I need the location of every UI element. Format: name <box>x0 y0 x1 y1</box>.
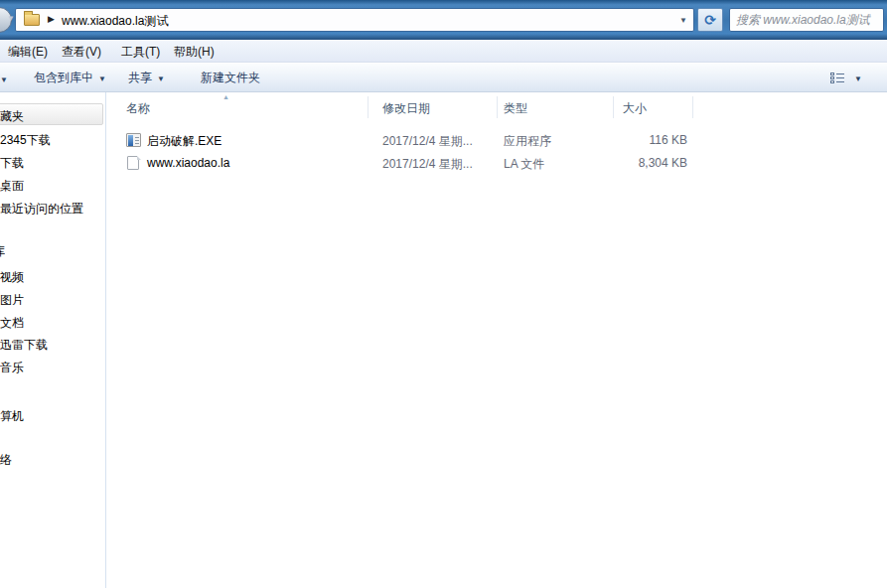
new-folder-button[interactable]: 新建文件夹 <box>201 70 260 87</box>
file-size: 116 KB <box>556 133 687 147</box>
explorer-window: ▼ ▶ www.xiaodao.la测试 ▼ ⟳ 编辑(E) 查看(V) 工具(… <box>0 0 887 588</box>
new-folder-label: 新建文件夹 <box>201 71 260 84</box>
column-resize-handle[interactable] <box>692 96 693 118</box>
chevron-down-icon: ▼ <box>98 74 106 83</box>
column-header-name[interactable]: 名称 <box>126 100 150 117</box>
content-area: 藏夹 2345下载 下载 桌面 最近访问的位置 库 视频 图片 文档 迅雷下载 … <box>0 92 887 588</box>
column-resize-handle[interactable] <box>613 96 614 118</box>
file-date: 2017/12/4 星期... <box>382 133 473 150</box>
share-label: 共享 <box>128 71 152 84</box>
search-input[interactable] <box>730 9 883 31</box>
column-resize-handle[interactable] <box>497 96 498 118</box>
column-header-type[interactable]: 类型 <box>504 100 527 117</box>
sidebar-item-computer[interactable]: 算机 <box>0 408 24 425</box>
sidebar-item-music[interactable]: 音乐 <box>0 360 24 376</box>
include-in-library-label: 包含到库中 <box>34 71 93 84</box>
sidebar-item-downloads[interactable]: 下载 <box>0 155 24 172</box>
list-view-icon <box>830 73 845 85</box>
menu-edit[interactable]: 编辑(E) <box>8 44 48 61</box>
command-bar: ▼ 包含到库中▼ 共享▼ 新建文件夹 ▼ <box>0 64 887 92</box>
menu-help[interactable]: 帮助(H) <box>174 44 215 61</box>
menu-view[interactable]: 查看(V) <box>62 44 101 61</box>
file-row[interactable]: 启动破解.EXE 2017/12/4 星期... 应用程序 116 KB <box>106 129 887 151</box>
address-bar[interactable]: ▶ www.xiaodao.la测试 ▼ <box>15 8 694 32</box>
menu-tools[interactable]: 工具(T) <box>121 44 160 61</box>
file-row[interactable]: www.xiaodao.la 2017/12/4 星期... LA 文件 8,3… <box>106 152 887 174</box>
sidebar-item-thunder-downloads[interactable]: 迅雷下载 <box>0 337 48 354</box>
sort-ascending-icon: ▲ <box>222 93 229 100</box>
sidebar-item-desktop[interactable]: 桌面 <box>0 178 24 195</box>
chevron-down-icon: ▼ <box>157 74 165 83</box>
breadcrumb-arrow-icon[interactable]: ▶ <box>48 14 55 24</box>
change-view-button[interactable]: ▼ <box>828 72 872 87</box>
sidebar-item-recent-places[interactable]: 最近访问的位置 <box>0 201 83 218</box>
window-chrome: ▼ ▶ www.xiaodao.la测试 ▼ ⟳ <box>0 0 887 40</box>
sidebar-item-favorites[interactable]: 藏夹 <box>0 108 24 125</box>
share-button[interactable]: 共享▼ <box>128 70 165 87</box>
file-name: www.xiaodao.la <box>147 156 229 170</box>
column-header-date[interactable]: 修改日期 <box>382 100 430 117</box>
menu-bar: 编辑(E) 查看(V) 工具(T) 帮助(H) <box>0 40 887 63</box>
breadcrumb[interactable]: www.xiaodao.la测试 <box>62 13 168 30</box>
folder-icon <box>24 14 40 26</box>
address-dropdown-icon[interactable]: ▼ <box>679 16 687 25</box>
file-name: 启动破解.EXE <box>147 133 222 150</box>
sidebar-item-network[interactable]: 络 <box>0 452 12 469</box>
column-header-size[interactable]: 大小 <box>623 100 647 117</box>
application-file-icon <box>126 133 141 147</box>
search-box <box>729 8 884 32</box>
organize-chevron-icon[interactable]: ▼ <box>0 75 8 84</box>
sidebar-item-2345-downloads[interactable]: 2345下载 <box>0 132 51 149</box>
sidebar-item-libraries[interactable]: 库 <box>0 243 5 260</box>
recent-pages-chevron-icon[interactable]: ▼ <box>7 14 15 23</box>
generic-file-icon <box>126 156 141 170</box>
sidebar-item-videos[interactable]: 视频 <box>0 269 24 286</box>
sidebar-item-documents[interactable]: 文档 <box>0 315 24 332</box>
chevron-down-icon: ▼ <box>854 74 862 83</box>
file-date: 2017/12/4 星期... <box>382 156 473 173</box>
refresh-button[interactable]: ⟳ <box>697 8 723 32</box>
file-type: 应用程序 <box>504 133 551 150</box>
sidebar-item-pictures[interactable]: 图片 <box>0 292 24 309</box>
file-type: LA 文件 <box>504 156 544 173</box>
include-in-library-button[interactable]: 包含到库中▼ <box>34 70 106 87</box>
column-resize-handle[interactable] <box>368 96 369 118</box>
file-size: 8,304 KB <box>556 156 687 170</box>
